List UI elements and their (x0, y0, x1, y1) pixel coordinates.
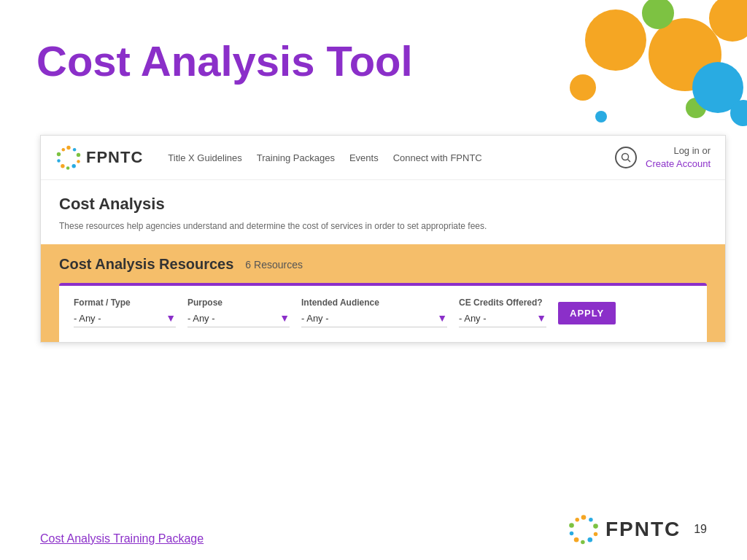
resources-header: Cost Analysis Resources 6 Resources (59, 256, 707, 273)
svg-point-16 (57, 159, 61, 163)
svg-point-29 (569, 523, 574, 528)
nav-link-title-x[interactable]: Title X Guidelines (168, 152, 241, 163)
svg-line-20 (628, 160, 631, 163)
svg-point-19 (622, 154, 629, 160)
purpose-chevron-icon: ▼ (279, 312, 290, 324)
navbar: FPNTC Title X Guidelines Training Packag… (41, 136, 725, 180)
fpntc-logo-icon (55, 144, 82, 171)
nav-links: Title X Guidelines Training Packages Eve… (168, 152, 597, 163)
bottom-link[interactable]: Cost Analysis Training Package (40, 532, 204, 545)
purpose-value: - Any - (187, 313, 276, 324)
svg-point-28 (570, 532, 574, 536)
svg-point-4 (642, 0, 674, 29)
svg-point-13 (72, 164, 76, 168)
svg-point-27 (574, 537, 579, 542)
section-description: These resources help agencies understand… (59, 219, 707, 233)
svg-point-21 (581, 515, 587, 520)
svg-point-1 (649, 18, 721, 91)
resources-count: 6 Resources (245, 259, 303, 271)
page-number: 19 (694, 523, 707, 536)
apply-button[interactable]: APPLY (558, 302, 616, 324)
create-account-link[interactable]: Create Account (646, 158, 711, 169)
purpose-filter-group: Purpose - Any - ▼ (187, 298, 290, 327)
svg-point-8 (730, 100, 747, 126)
ce-value: - Any - (459, 313, 533, 324)
orange-section: Cost Analysis Resources 6 Resources Form… (41, 244, 725, 342)
nav-link-connect[interactable]: Connect with FPNTC (393, 152, 482, 163)
format-select[interactable]: - Any - ▼ (74, 312, 176, 327)
nav-link-events[interactable]: Events (349, 152, 379, 163)
section-title: Cost Analysis (59, 195, 707, 214)
decorative-circles (470, 0, 747, 131)
svg-point-11 (77, 153, 80, 157)
ce-credits-filter-group: CE Credits Offered? - Any - ▼ (459, 298, 546, 327)
svg-point-24 (594, 532, 598, 537)
audience-select[interactable]: - Any - ▼ (301, 312, 447, 327)
page-title: Cost Analysis Tool (36, 36, 413, 85)
audience-filter-group: Intended Audience - Any - ▼ (301, 298, 447, 327)
purpose-label: Purpose (187, 298, 290, 308)
login-area: Log in or Create Account (646, 144, 711, 171)
svg-point-26 (581, 540, 585, 545)
search-button[interactable] (615, 147, 637, 168)
format-label: Format / Type (74, 298, 176, 308)
bottom-logo-text: FPNTC (605, 518, 681, 541)
svg-point-15 (61, 164, 64, 168)
audience-label: Intended Audience (301, 298, 447, 308)
svg-point-9 (66, 146, 70, 149)
svg-point-18 (62, 148, 66, 152)
screenshot-container: FPNTC Title X Guidelines Training Packag… (40, 135, 726, 343)
svg-point-17 (57, 152, 61, 156)
ce-label: CE Credits Offered? (459, 298, 546, 308)
logo-text: FPNTC (86, 148, 143, 167)
login-line1: Log in or (673, 145, 711, 156)
filter-card: Format / Type - Any - ▼ Purpose - Any - … (59, 283, 707, 342)
ce-chevron-icon: ▼ (536, 312, 546, 324)
bottom-area: Cost Analysis Training Package FPNTC 19 (0, 513, 747, 545)
format-filter-group: Format / Type - Any - ▼ (74, 298, 176, 327)
filter-row: Format / Type - Any - ▼ Purpose - Any - … (74, 298, 692, 327)
audience-chevron-icon: ▼ (437, 312, 447, 324)
svg-point-2 (709, 0, 747, 42)
svg-point-12 (77, 160, 80, 163)
purpose-select[interactable]: - Any - ▼ (187, 312, 290, 327)
svg-point-30 (575, 518, 579, 522)
svg-point-10 (73, 148, 77, 152)
svg-point-25 (587, 537, 592, 542)
search-icon (621, 152, 631, 163)
resources-title: Cost Analysis Resources (59, 256, 233, 273)
nav-actions: Log in or Create Account (615, 144, 711, 171)
svg-point-6 (692, 62, 743, 113)
nav-link-training[interactable]: Training Packages (257, 152, 335, 163)
format-value: - Any - (74, 313, 163, 324)
svg-point-0 (585, 9, 646, 71)
content-area: Cost Analysis These resources help agenc… (41, 180, 725, 244)
bottom-logo-area: FPNTC 19 (568, 513, 707, 545)
logo-area: FPNTC (55, 144, 143, 171)
svg-point-23 (593, 524, 598, 529)
svg-point-3 (570, 74, 596, 101)
format-chevron-icon: ▼ (166, 312, 176, 324)
ce-select[interactable]: - Any - ▼ (459, 312, 546, 327)
svg-point-7 (595, 111, 607, 122)
svg-point-5 (686, 98, 706, 118)
svg-point-14 (66, 166, 70, 170)
bottom-fpntc-logo-icon (568, 513, 600, 545)
svg-point-22 (589, 518, 593, 522)
audience-value: - Any - (301, 313, 434, 324)
